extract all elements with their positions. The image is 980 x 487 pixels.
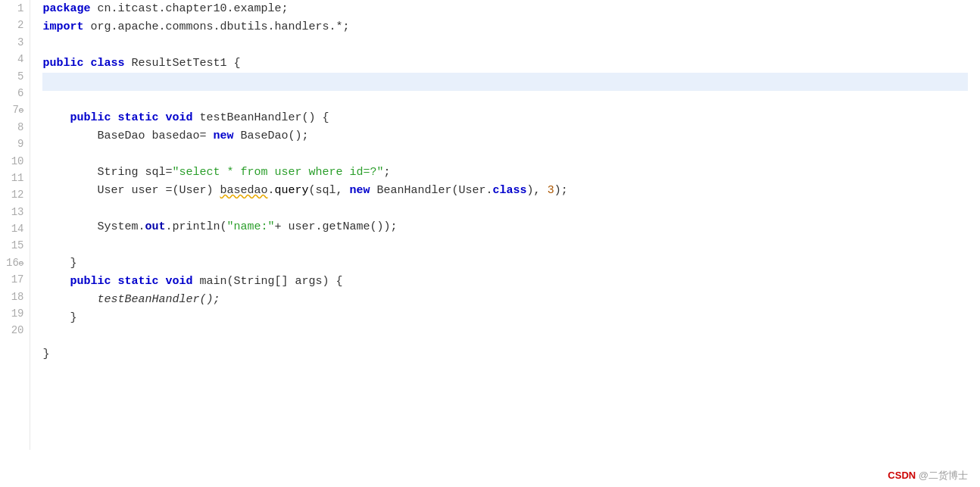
footer-author: @二货博士 xyxy=(919,470,968,481)
code-line-17: testBeanHandler(); xyxy=(42,291,968,309)
ln-2: 2 xyxy=(6,17,23,33)
ln-8: 8 xyxy=(6,119,23,136)
ln-4: 4 xyxy=(6,51,23,67)
footer-brand: CSDN xyxy=(888,470,916,481)
ln-5: 5 xyxy=(6,68,23,85)
code-line-19 xyxy=(42,327,968,345)
ln-18: 18 xyxy=(6,289,23,305)
code-line-10: String sql="select * from user where id=… xyxy=(42,164,968,182)
code-line-3 xyxy=(42,36,968,55)
ln-1: 1 xyxy=(6,0,23,17)
code-container: 1 2 3 4 5 6 7⊖ 8 9 10 11 12 13 14 15 16⊖… xyxy=(0,0,980,487)
ln-9: 9 xyxy=(6,136,23,152)
code-line-11: User user =(User) basedao.query(sql, new… xyxy=(42,182,968,200)
ln-14: 14 xyxy=(6,220,23,237)
footer-text: CSDN @二货博士 xyxy=(888,470,968,481)
code-lines: package cn.itcast.chapter10.example; imp… xyxy=(30,0,980,450)
ln-16: 16⊖ xyxy=(6,254,23,271)
code-line-4: public class ResultSetTest1 { xyxy=(42,55,968,73)
code-line-1: package cn.itcast.chapter10.example; xyxy=(42,0,968,18)
code-area: 1 2 3 4 5 6 7⊖ 8 9 10 11 12 13 14 15 16⊖… xyxy=(0,0,980,465)
ln-19: 19 xyxy=(6,305,23,322)
code-line-2: import org.apache.commons.dbutils.handle… xyxy=(42,18,968,36)
code-line-5 xyxy=(42,73,968,91)
code-line-18: } xyxy=(42,309,968,327)
ln-13: 13 xyxy=(6,204,23,220)
code-line-15: } xyxy=(42,254,968,273)
code-line-7: public static void testBeanHandler() { xyxy=(42,109,968,127)
code-line-14 xyxy=(42,236,968,254)
ln-12: 12 xyxy=(6,186,23,203)
footer: CSDN @二货博士 xyxy=(0,465,980,487)
code-line-6 xyxy=(42,91,968,109)
ln-20: 20 xyxy=(6,322,23,339)
code-line-13: System.out.println("name:"+ user.getName… xyxy=(42,218,968,236)
code-line-20: } xyxy=(42,345,968,364)
line-numbers: 1 2 3 4 5 6 7⊖ 8 9 10 11 12 13 14 15 16⊖… xyxy=(0,0,30,450)
code-line-12 xyxy=(42,200,968,218)
ln-11: 11 xyxy=(6,170,23,186)
ln-15: 15 xyxy=(6,237,23,254)
code-line-16: public static void main(String[] args) { xyxy=(42,273,968,291)
ln-7: 7⊖ xyxy=(6,101,23,118)
ln-6: 6 xyxy=(6,85,23,101)
ln-17: 17 xyxy=(6,271,23,288)
ln-3: 3 xyxy=(6,34,23,51)
code-line-9 xyxy=(42,145,968,164)
ln-10: 10 xyxy=(6,153,23,170)
code-line-8: BaseDao basedao= new BaseDao(); xyxy=(42,127,968,145)
